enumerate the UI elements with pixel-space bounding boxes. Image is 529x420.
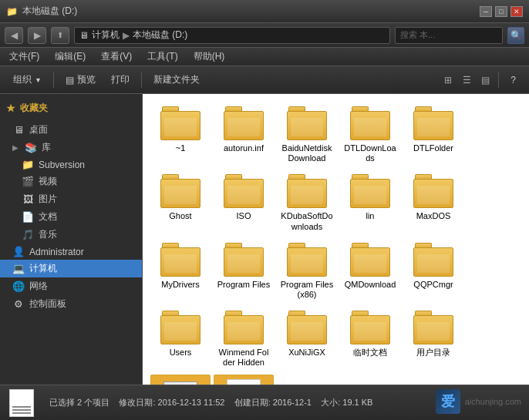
content-area[interactable]: ~1 autorun.inf BaiduNetdiskDownload DTLD… xyxy=(143,94,529,385)
menu-view[interactable]: 查看(V) xyxy=(98,49,135,65)
music-icon: 🎵 xyxy=(22,229,34,240)
search-button[interactable]: 🔍 xyxy=(507,27,524,44)
file-item[interactable]: ISO xyxy=(214,170,274,234)
sidebar-item-documents[interactable]: 📄 文档 xyxy=(0,208,142,226)
user-icon: 👤 xyxy=(12,246,25,257)
file-item[interactable]: Program Files (x86) xyxy=(277,238,337,303)
file-item[interactable]: lin xyxy=(340,170,400,234)
menu-edit[interactable]: 编辑(E) xyxy=(52,49,89,65)
up-button[interactable]: ⬆ xyxy=(51,27,69,44)
sidebar-item-network[interactable]: 🌐 网络 xyxy=(0,277,142,295)
folder-icon xyxy=(224,311,264,344)
view-large-icon[interactable]: ⊞ xyxy=(440,72,457,89)
print-button[interactable]: 打印 xyxy=(104,69,136,91)
title-bar: 📁 本地磁盘 (D:) ─ □ ✕ xyxy=(0,0,529,23)
organize-button[interactable]: 组织 ▼ xyxy=(6,69,49,91)
help-button[interactable]: ? xyxy=(504,69,523,91)
file-item[interactable]: Users xyxy=(150,306,211,371)
sidebar-item-subversion[interactable]: 📁 Subversion xyxy=(0,156,142,173)
file-label: 用户目录 xyxy=(416,348,450,358)
folder-icon xyxy=(287,243,327,277)
toolbar: 组织 ▼ ▤ 预览 打印 新建文件夹 ⊞ ☰ ▤ ? xyxy=(0,66,529,94)
path-disk: 本地磁盘 (D:) xyxy=(133,29,187,42)
folder-icon xyxy=(413,106,453,140)
file-item[interactable]: QMDownload xyxy=(340,238,400,303)
file-item[interactable]: MaxDOS xyxy=(403,170,463,234)
close-button[interactable]: ✕ xyxy=(510,6,523,17)
file-label: KDubaSoftDownloads xyxy=(280,211,334,231)
search-box[interactable]: 搜索 本... xyxy=(395,27,503,44)
window-controls: ─ □ ✕ xyxy=(480,6,523,17)
status-bar: 已选择 2 个项目 修改日期: 2016-12-13 11:52 创建日期: 2… xyxy=(0,385,529,420)
file-item[interactable]: QQPCmgr xyxy=(403,238,463,303)
maximize-button[interactable]: □ xyxy=(495,6,507,17)
file-item[interactable]: IMG XTZJlogo.jpg xyxy=(150,375,211,385)
file-label: ~1 xyxy=(176,143,186,153)
file-item[interactable]: 用户目录 xyxy=(403,306,463,371)
network-label: 网络 xyxy=(29,280,48,293)
pictures-icon: 🖼 xyxy=(22,193,34,205)
view-list-icon[interactable]: ☰ xyxy=(458,72,475,89)
forward-button[interactable]: ▶ xyxy=(28,27,46,44)
file-item[interactable]: XuNiJiGX xyxy=(277,306,337,371)
file-item[interactable]: Ghost xyxy=(150,170,211,234)
main-area: ★ 收藏夹 🖥 桌面 ▶ 📚 库 📁 Subversion 🎬 视频 🖼 图片 … xyxy=(0,94,529,385)
folder-icon xyxy=(350,243,390,277)
network-icon: 🌐 xyxy=(12,281,25,292)
file-label: autorun.inf xyxy=(224,143,264,153)
control-panel-label: 控制面板 xyxy=(29,297,66,311)
sidebar-item-desktop[interactable]: 🖥 桌面 xyxy=(0,121,142,139)
folder-icon xyxy=(224,106,264,140)
sidebar-item-computer[interactable]: 💻 计算机 xyxy=(0,260,142,277)
status-size: 大小: 19.1 KB xyxy=(321,398,372,407)
sidebar-item-administrator[interactable]: 👤 Administrator xyxy=(0,244,142,260)
file-item[interactable]: BaiduNetdiskDownload xyxy=(277,102,337,166)
file-label: MyDrivers xyxy=(161,280,200,290)
folder-icon xyxy=(160,106,200,140)
menu-file[interactable]: 文件(F) xyxy=(6,49,42,65)
sidebar-item-video[interactable]: 🎬 视频 xyxy=(0,173,142,190)
file-label: MaxDOS xyxy=(416,211,451,221)
view-icons: ⊞ ☰ ▤ xyxy=(440,72,494,89)
file-label: DTLDownLoads xyxy=(343,143,397,163)
computer-icon: 💻 xyxy=(12,263,25,274)
file-item[interactable]: ~1 xyxy=(150,102,211,166)
back-button[interactable]: ◀ xyxy=(5,27,23,44)
file-item[interactable]: KDubaSoftDownloads xyxy=(277,170,337,234)
favorites-header: ★ 收藏夹 xyxy=(0,99,142,118)
file-label: lin xyxy=(366,211,374,221)
file-item[interactable]: 系统之家.txt xyxy=(214,375,274,385)
menu-help[interactable]: 帮助(H) xyxy=(190,49,228,65)
menu-tools[interactable]: 工具(T) xyxy=(144,49,180,65)
file-item[interactable]: autorun.inf xyxy=(214,102,274,166)
folder-icon xyxy=(287,106,327,140)
sidebar-item-control-panel[interactable]: ⚙ 控制面板 xyxy=(0,295,142,313)
sidebar-item-library[interactable]: ▶ 📚 库 xyxy=(0,139,142,156)
folder-icon xyxy=(350,106,390,140)
administrator-label: Administrator xyxy=(29,247,84,257)
new-folder-button[interactable]: 新建文件夹 xyxy=(147,69,207,91)
folder-icon xyxy=(160,243,200,277)
file-item[interactable]: MyDrivers xyxy=(150,238,211,303)
status-txt-line-2 xyxy=(12,409,31,411)
view-details-icon[interactable]: ▤ xyxy=(477,72,494,89)
minimize-button[interactable]: ─ xyxy=(480,6,492,17)
file-item[interactable]: DTLDownLoads xyxy=(340,102,400,166)
file-item[interactable]: DTLFolder xyxy=(403,102,463,166)
computer-label: 计算机 xyxy=(29,262,57,275)
address-path[interactable]: 🖥 计算机 ▶ 本地磁盘 (D:) xyxy=(74,27,390,44)
print-label: 打印 xyxy=(111,73,130,86)
file-item[interactable]: Winmend Folder Hidden xyxy=(214,306,274,371)
path-icon: 🖥 xyxy=(79,30,89,41)
folder-icon xyxy=(413,243,453,277)
sidebar-item-pictures[interactable]: 🖼 图片 xyxy=(0,190,142,208)
file-label: QQPCmgr xyxy=(413,280,453,290)
file-label: XuNiJiGX xyxy=(288,348,325,358)
watermark-text: aichunjing.com xyxy=(465,397,521,406)
file-item[interactable]: 临时文档 xyxy=(340,306,400,371)
file-item[interactable]: Program Files xyxy=(214,238,274,303)
expand-icon: ▶ xyxy=(12,143,19,152)
sidebar-item-music[interactable]: 🎵 音乐 xyxy=(0,226,142,244)
preview-button[interactable]: ▤ 预览 xyxy=(59,69,103,91)
folder-icon xyxy=(413,174,453,208)
